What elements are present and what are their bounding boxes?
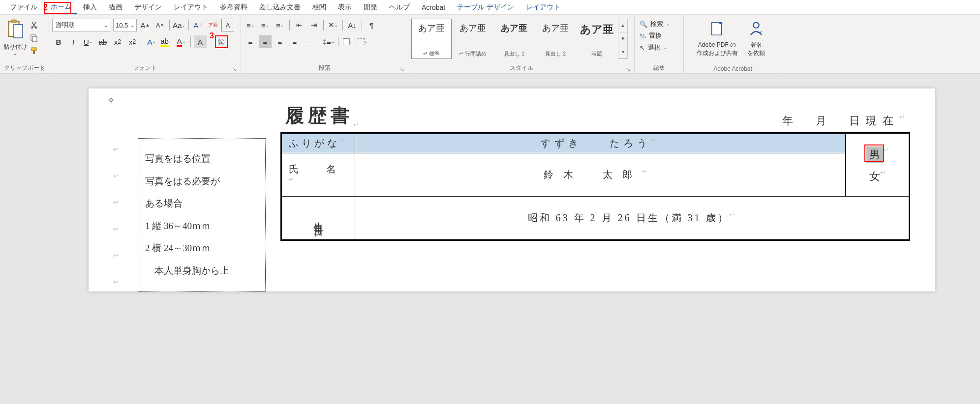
tab-layout2[interactable]: レイアウト <box>520 1 566 14</box>
decrease-indent-button[interactable]: ⇤ <box>293 19 306 31</box>
doc-title[interactable]: 履歴書 <box>285 103 353 128</box>
select-button[interactable]: ↖選択 ⌄ <box>640 43 678 52</box>
group-editing-label: 編集 <box>638 63 680 73</box>
tab-layout[interactable]: レイアウト <box>168 1 214 14</box>
tab-file[interactable]: ファイル <box>4 1 43 14</box>
format-painter-icon[interactable] <box>30 46 38 55</box>
find-button[interactable]: 🔍検索 ⌄ <box>640 20 678 29</box>
style-heading1[interactable]: あア亜見出し 1 <box>494 19 534 59</box>
svg-rect-1 <box>11 20 17 24</box>
borders-button[interactable]: ⌄ <box>356 35 369 48</box>
search-icon: 🔍 <box>640 21 647 28</box>
underline-button[interactable]: U⌄ <box>82 35 94 48</box>
style-normal[interactable]: あア亜↵ 標準 <box>411 19 452 59</box>
shading-button[interactable]: ⌄ <box>341 35 354 48</box>
bullets-button[interactable]: ≡⌄ <box>244 19 257 31</box>
furigana-value[interactable]: すずき たろう↩ <box>355 133 846 153</box>
align-center-button[interactable]: ≡ <box>259 35 272 48</box>
tab-design[interactable]: デザイン <box>128 1 168 14</box>
name-value[interactable]: 鈴木 太郎↩ <box>355 153 846 197</box>
gender-female[interactable]: 女↩ <box>853 169 902 184</box>
italic-button[interactable]: I <box>67 35 80 48</box>
tab-view[interactable]: 表示 <box>332 1 358 14</box>
tab-reference[interactable]: 参考資料 <box>214 1 253 14</box>
asian-layout-button[interactable]: ✕⌄ <box>327 19 339 31</box>
tab-table-design[interactable]: テーブル デザイン <box>451 1 520 14</box>
text-effects-button[interactable]: A⌄ <box>145 35 158 48</box>
gender-cell[interactable]: 1 男 ↩ 女↩ <box>846 133 910 197</box>
tab-review[interactable]: 校閲 <box>306 1 332 14</box>
cut-icon[interactable] <box>30 21 38 29</box>
tab-insert[interactable]: 挿入 <box>77 1 103 14</box>
show-marks-button[interactable]: ¶ <box>365 19 378 31</box>
annot-2-box <box>44 2 71 14</box>
birth-label[interactable]: 生年月日 <box>281 197 355 240</box>
subscript-button[interactable]: x2 <box>111 35 124 48</box>
enclose-char-button[interactable]: ㊩ <box>215 35 228 48</box>
replace-button[interactable]: ᵇ⁄ₐ置換 <box>640 31 678 40</box>
furigana-label[interactable]: ふりがな↩ <box>281 133 355 153</box>
tab-mailings[interactable]: 差し込み文書 <box>253 1 306 14</box>
page[interactable]: ✥ 履歴書 ↩ 年 月 日現在↩ ↩↩↩↩↩↩ 写真をはる位置 写真をはる必要が… <box>89 88 935 291</box>
font-launcher[interactable]: ↘ <box>233 67 237 72</box>
resume-table[interactable]: ふりがな↩ すずき たろう↩ 1 男 ↩ 女↩ 氏 名↩ 鈴木 太郎↩ <box>280 132 910 241</box>
grow-font-button[interactable]: A▲ <box>139 19 152 31</box>
request-sign-button[interactable]: 署名 を依頼 <box>741 17 771 58</box>
superscript-button[interactable]: x2 <box>126 35 139 48</box>
birth-value[interactable]: 昭和 63 年 2 月 26 日生（満 31 歳）↩ <box>355 197 910 240</box>
font-color-button[interactable]: A⌄ <box>175 35 187 48</box>
tab-help[interactable]: ヘルプ <box>383 1 416 14</box>
change-case-button[interactable]: Aa⌄ <box>173 19 185 31</box>
create-pdf-button[interactable]: Adobe PDF の 作成および共有 <box>695 17 739 58</box>
phonetic-guide-button[interactable]: Aア <box>192 19 205 31</box>
svg-rect-8 <box>33 51 35 54</box>
font-size-select[interactable]: 10.5⌄ <box>113 19 137 31</box>
group-font-label: フォント↘ <box>52 63 238 73</box>
document-area: ✥ 履歴書 ↩ 年 月 日現在↩ ↩↩↩↩↩↩ 写真をはる位置 写真をはる必要が… <box>0 74 980 404</box>
increase-indent-button[interactable]: ⇥ <box>307 19 320 31</box>
distribute-button[interactable]: ≣ <box>303 35 316 48</box>
group-styles-label: スタイル↘ <box>411 63 631 73</box>
tab-acrobat[interactable]: Acrobat <box>416 1 451 13</box>
font-name-select[interactable]: 游明朝⌄ <box>52 19 111 31</box>
enclose-char-a-button[interactable]: A <box>221 19 234 31</box>
numbering-button[interactable]: ≡⌄ <box>259 19 272 31</box>
style-title[interactable]: あア亜表題 <box>577 19 617 59</box>
line-spacing-button[interactable]: ‡≡⌄ <box>322 35 335 48</box>
photo-placeholder[interactable]: 写真をはる位置 写真をはる必要が ある場合 1 縦 36～40ｍｍ 2 横 24… <box>138 138 266 291</box>
styles-launcher[interactable]: ↘ <box>626 67 630 72</box>
sort-button[interactable]: A↓ <box>346 19 359 31</box>
annot-1-box <box>864 144 884 162</box>
strike-button[interactable]: ab <box>96 35 109 48</box>
align-left-button[interactable]: ≡ <box>244 35 257 48</box>
justify-button[interactable]: ≡ <box>288 35 301 48</box>
multilevel-button[interactable]: ≡⌄ <box>274 19 286 31</box>
style-heading2[interactable]: あア亜見出し 2 <box>535 19 576 59</box>
paste-button[interactable]: 貼り付け ⌄ <box>3 19 28 56</box>
clipboard-launcher[interactable]: ↘ <box>41 67 45 72</box>
svg-rect-6 <box>32 36 37 42</box>
bold-button[interactable]: B <box>52 35 65 48</box>
para-marks: ↩↩↩↩↩↩ <box>113 132 123 286</box>
tab-dev[interactable]: 開発 <box>358 1 383 14</box>
annot-3-label: 3 <box>210 31 214 40</box>
paste-label: 貼り付け <box>3 43 28 51</box>
group-acrobat-label: Adobe Acrobat <box>687 64 779 73</box>
svg-rect-9 <box>711 23 721 35</box>
shrink-font-button[interactable]: A▼ <box>153 19 166 31</box>
replace-icon: ᵇ⁄ₐ <box>640 32 646 40</box>
highlight-button[interactable]: ab⌄ <box>160 35 173 48</box>
ribbon-tabs: ファイル 2 ホーム 挿入 描画 デザイン レイアウト 参考資料 差し込み文書 … <box>0 0 980 15</box>
align-right-button[interactable]: ≡ <box>274 35 286 48</box>
paragraph-launcher[interactable]: ↘ <box>400 67 404 72</box>
name-label[interactable]: 氏 名↩ <box>281 153 355 197</box>
gallery-scroll[interactable]: ▲▼▾ <box>618 19 628 59</box>
clear-format-button[interactable]: ア亜 <box>207 19 219 31</box>
copy-icon[interactable] <box>30 33 38 42</box>
char-shading-button[interactable]: A <box>194 35 207 48</box>
svg-point-10 <box>753 23 759 28</box>
style-no-spacing[interactable]: あア亜↵ 行間詰め <box>453 19 493 59</box>
tab-draw[interactable]: 描画 <box>103 1 128 14</box>
styles-gallery: あア亜↵ 標準 あア亜↵ 行間詰め あア亜見出し 1 あア亜見出し 2 あア亜表… <box>411 17 631 59</box>
date-row[interactable]: 年 月 日現在↩ <box>782 114 910 128</box>
